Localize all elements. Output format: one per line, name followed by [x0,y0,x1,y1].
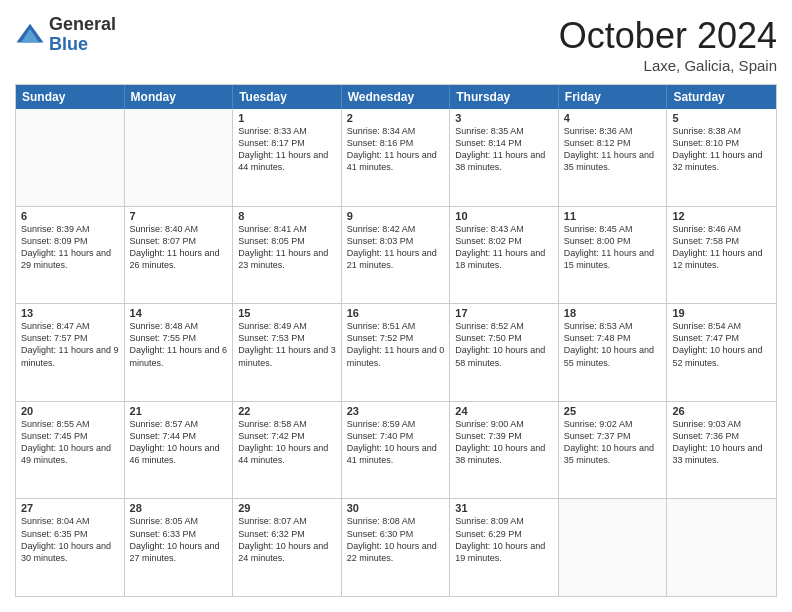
calendar-row: 13Sunrise: 8:47 AM Sunset: 7:57 PM Dayli… [16,303,776,401]
calendar-cell: 23Sunrise: 8:59 AM Sunset: 7:40 PM Dayli… [342,402,451,499]
calendar-cell [559,499,668,596]
day-number: 29 [238,502,336,514]
calendar-cell: 19Sunrise: 8:54 AM Sunset: 7:47 PM Dayli… [667,304,776,401]
day-number: 16 [347,307,445,319]
calendar-row: 1Sunrise: 8:33 AM Sunset: 8:17 PM Daylig… [16,109,776,206]
day-info: Sunrise: 8:39 AM Sunset: 8:09 PM Dayligh… [21,223,119,272]
calendar-cell: 10Sunrise: 8:43 AM Sunset: 8:02 PM Dayli… [450,207,559,304]
calendar-cell: 18Sunrise: 8:53 AM Sunset: 7:48 PM Dayli… [559,304,668,401]
calendar-cell: 11Sunrise: 8:45 AM Sunset: 8:00 PM Dayli… [559,207,668,304]
day-number: 15 [238,307,336,319]
calendar: SundayMondayTuesdayWednesdayThursdayFrid… [15,84,777,597]
cal-header-cell: Sunday [16,85,125,109]
day-info: Sunrise: 8:53 AM Sunset: 7:48 PM Dayligh… [564,320,662,369]
day-info: Sunrise: 8:57 AM Sunset: 7:44 PM Dayligh… [130,418,228,467]
day-info: Sunrise: 8:55 AM Sunset: 7:45 PM Dayligh… [21,418,119,467]
day-number: 13 [21,307,119,319]
day-info: Sunrise: 8:41 AM Sunset: 8:05 PM Dayligh… [238,223,336,272]
day-number: 17 [455,307,553,319]
calendar-cell: 20Sunrise: 8:55 AM Sunset: 7:45 PM Dayli… [16,402,125,499]
calendar-row: 20Sunrise: 8:55 AM Sunset: 7:45 PM Dayli… [16,401,776,499]
day-info: Sunrise: 8:43 AM Sunset: 8:02 PM Dayligh… [455,223,553,272]
day-info: Sunrise: 8:36 AM Sunset: 8:12 PM Dayligh… [564,125,662,174]
logo-icon [15,20,45,50]
cal-header-cell: Monday [125,85,234,109]
cal-header-cell: Saturday [667,85,776,109]
calendar-cell: 13Sunrise: 8:47 AM Sunset: 7:57 PM Dayli… [16,304,125,401]
logo-text: General Blue [49,15,116,55]
day-info: Sunrise: 8:07 AM Sunset: 6:32 PM Dayligh… [238,515,336,564]
day-number: 2 [347,112,445,124]
day-number: 23 [347,405,445,417]
day-info: Sunrise: 8:45 AM Sunset: 8:00 PM Dayligh… [564,223,662,272]
day-info: Sunrise: 8:08 AM Sunset: 6:30 PM Dayligh… [347,515,445,564]
calendar-cell: 22Sunrise: 8:58 AM Sunset: 7:42 PM Dayli… [233,402,342,499]
day-info: Sunrise: 8:04 AM Sunset: 6:35 PM Dayligh… [21,515,119,564]
day-number: 4 [564,112,662,124]
month-title: October 2024 [559,15,777,57]
day-number: 18 [564,307,662,319]
day-info: Sunrise: 8:38 AM Sunset: 8:10 PM Dayligh… [672,125,771,174]
calendar-body: 1Sunrise: 8:33 AM Sunset: 8:17 PM Daylig… [16,109,776,596]
calendar-cell: 28Sunrise: 8:05 AM Sunset: 6:33 PM Dayli… [125,499,234,596]
calendar-cell: 31Sunrise: 8:09 AM Sunset: 6:29 PM Dayli… [450,499,559,596]
logo: General Blue [15,15,116,55]
day-info: Sunrise: 8:54 AM Sunset: 7:47 PM Dayligh… [672,320,771,369]
day-number: 9 [347,210,445,222]
header: General Blue October 2024 Laxe, Galicia,… [15,15,777,74]
day-number: 24 [455,405,553,417]
calendar-cell: 14Sunrise: 8:48 AM Sunset: 7:55 PM Dayli… [125,304,234,401]
calendar-cell: 15Sunrise: 8:49 AM Sunset: 7:53 PM Dayli… [233,304,342,401]
day-info: Sunrise: 8:35 AM Sunset: 8:14 PM Dayligh… [455,125,553,174]
day-number: 3 [455,112,553,124]
calendar-cell: 27Sunrise: 8:04 AM Sunset: 6:35 PM Dayli… [16,499,125,596]
day-info: Sunrise: 8:52 AM Sunset: 7:50 PM Dayligh… [455,320,553,369]
calendar-cell: 9Sunrise: 8:42 AM Sunset: 8:03 PM Daylig… [342,207,451,304]
calendar-header: SundayMondayTuesdayWednesdayThursdayFrid… [16,85,776,109]
day-number: 8 [238,210,336,222]
day-number: 21 [130,405,228,417]
calendar-cell: 25Sunrise: 9:02 AM Sunset: 7:37 PM Dayli… [559,402,668,499]
calendar-cell: 5Sunrise: 8:38 AM Sunset: 8:10 PM Daylig… [667,109,776,206]
calendar-cell [125,109,234,206]
day-number: 14 [130,307,228,319]
day-number: 25 [564,405,662,417]
day-info: Sunrise: 9:00 AM Sunset: 7:39 PM Dayligh… [455,418,553,467]
day-info: Sunrise: 8:58 AM Sunset: 7:42 PM Dayligh… [238,418,336,467]
calendar-cell: 4Sunrise: 8:36 AM Sunset: 8:12 PM Daylig… [559,109,668,206]
calendar-cell: 17Sunrise: 8:52 AM Sunset: 7:50 PM Dayli… [450,304,559,401]
logo-general-text: General [49,15,116,35]
cal-header-cell: Tuesday [233,85,342,109]
calendar-cell [16,109,125,206]
day-number: 1 [238,112,336,124]
day-number: 5 [672,112,771,124]
calendar-cell: 1Sunrise: 8:33 AM Sunset: 8:17 PM Daylig… [233,109,342,206]
day-number: 30 [347,502,445,514]
day-number: 27 [21,502,119,514]
day-number: 28 [130,502,228,514]
day-number: 12 [672,210,771,222]
day-info: Sunrise: 8:33 AM Sunset: 8:17 PM Dayligh… [238,125,336,174]
calendar-cell: 2Sunrise: 8:34 AM Sunset: 8:16 PM Daylig… [342,109,451,206]
day-number: 19 [672,307,771,319]
day-number: 6 [21,210,119,222]
calendar-cell: 7Sunrise: 8:40 AM Sunset: 8:07 PM Daylig… [125,207,234,304]
calendar-cell: 21Sunrise: 8:57 AM Sunset: 7:44 PM Dayli… [125,402,234,499]
cal-header-cell: Friday [559,85,668,109]
day-info: Sunrise: 9:02 AM Sunset: 7:37 PM Dayligh… [564,418,662,467]
day-info: Sunrise: 8:46 AM Sunset: 7:58 PM Dayligh… [672,223,771,272]
day-number: 11 [564,210,662,222]
day-info: Sunrise: 8:51 AM Sunset: 7:52 PM Dayligh… [347,320,445,369]
calendar-cell: 3Sunrise: 8:35 AM Sunset: 8:14 PM Daylig… [450,109,559,206]
calendar-row: 6Sunrise: 8:39 AM Sunset: 8:09 PM Daylig… [16,206,776,304]
day-info: Sunrise: 8:49 AM Sunset: 7:53 PM Dayligh… [238,320,336,369]
calendar-cell: 24Sunrise: 9:00 AM Sunset: 7:39 PM Dayli… [450,402,559,499]
calendar-cell: 26Sunrise: 9:03 AM Sunset: 7:36 PM Dayli… [667,402,776,499]
day-info: Sunrise: 8:34 AM Sunset: 8:16 PM Dayligh… [347,125,445,174]
day-number: 26 [672,405,771,417]
cal-header-cell: Wednesday [342,85,451,109]
day-number: 31 [455,502,553,514]
day-info: Sunrise: 8:48 AM Sunset: 7:55 PM Dayligh… [130,320,228,369]
day-number: 10 [455,210,553,222]
calendar-cell: 12Sunrise: 8:46 AM Sunset: 7:58 PM Dayli… [667,207,776,304]
